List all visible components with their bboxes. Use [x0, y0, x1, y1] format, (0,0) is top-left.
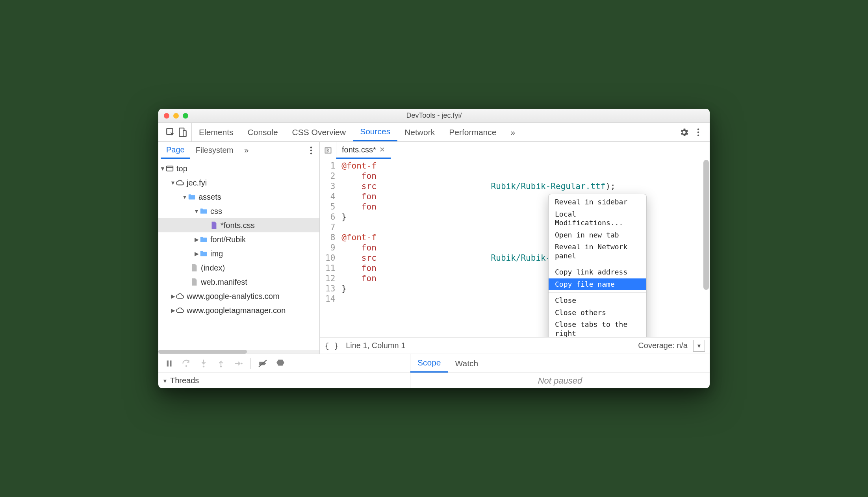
titlebar: DevTools - jec.fyi/	[158, 109, 710, 123]
inspect-icon[interactable]	[165, 127, 176, 137]
toggle-navigator-icon[interactable]	[320, 142, 336, 159]
sidebar-tab-page[interactable]: Page	[161, 142, 190, 159]
device-toolbar-icon[interactable]	[177, 127, 187, 137]
context-menu-item[interactable]: Local Modifications...	[549, 208, 646, 229]
file-tree[interactable]: ▼ top ▼ jec.fyi ▼ assets ▼ css	[158, 159, 319, 350]
breakpoints-icon[interactable]	[258, 358, 268, 369]
tab-network[interactable]: Network	[397, 123, 442, 141]
context-menu: Reveal in sidebarLocal Modifications...O…	[548, 194, 647, 337]
svg-point-7	[310, 149, 312, 151]
context-menu-item[interactable]: Close others	[549, 307, 646, 319]
context-menu-separator	[549, 292, 646, 293]
tree-label: font/Rubik	[210, 235, 246, 244]
not-paused-label: Not paused	[538, 376, 582, 386]
tab-elements[interactable]: Elements	[192, 123, 241, 141]
tree-row-top[interactable]: ▼ top	[158, 161, 319, 176]
coverage-label: Coverage: n/a	[638, 341, 688, 350]
svg-point-3	[697, 128, 699, 130]
tree-row-manifest[interactable]: web.manifest	[158, 275, 319, 289]
tree-row-gtm[interactable]: ▶ www.googletagmanager.con	[158, 303, 319, 317]
cloud-icon	[176, 178, 184, 187]
tabs-overflow[interactable]: »	[503, 123, 522, 141]
pause-exceptions-icon[interactable]	[275, 358, 286, 369]
sidebar-h-scrollbar[interactable]	[158, 350, 319, 354]
tree-label: www.googletagmanager.con	[187, 306, 286, 315]
editor-status-bar: { } Line 1, Column 1 Coverage: n/a ▼	[320, 337, 710, 354]
editor-v-scrollbar[interactable]	[703, 159, 709, 337]
tab-sources[interactable]: Sources	[353, 123, 397, 141]
svg-rect-13	[167, 360, 169, 366]
svg-rect-9	[167, 166, 173, 171]
gear-icon[interactable]	[679, 127, 689, 137]
cloud-icon	[176, 292, 184, 300]
svg-rect-14	[170, 360, 171, 366]
threads-label[interactable]: Threads	[170, 376, 199, 385]
folder-icon	[187, 193, 196, 201]
svg-point-8	[310, 152, 312, 154]
window-title: DevTools - jec.fyi/	[158, 111, 710, 120]
svg-point-17	[220, 365, 222, 367]
tree-label: assets	[198, 193, 221, 202]
step-out-icon[interactable]	[216, 358, 226, 369]
step-into-icon[interactable]	[198, 358, 209, 369]
tree-row-ga[interactable]: ▶ www.google-analytics.com	[158, 289, 319, 303]
tab-console[interactable]: Console	[241, 123, 285, 141]
tree-label: jec.fyi	[187, 178, 207, 187]
sidebar-tab-filesystem[interactable]: Filesystem	[190, 142, 239, 159]
editor-tabs: fonts.css* ✕	[320, 142, 710, 159]
tree-label: (index)	[201, 263, 225, 273]
svg-point-6	[310, 147, 312, 148]
step-icon[interactable]	[233, 358, 243, 369]
watch-tab[interactable]: Watch	[448, 354, 486, 373]
tree-row-img[interactable]: ▶ img	[158, 247, 319, 261]
tree-label: www.google-analytics.com	[187, 292, 280, 301]
context-menu-item[interactable]: Reveal in sidebar	[549, 196, 646, 208]
frame-icon	[165, 164, 174, 173]
cloud-icon	[176, 306, 184, 315]
context-menu-separator	[549, 264, 646, 264]
context-menu-item[interactable]: Copy link address	[549, 266, 646, 278]
tree-label: top	[176, 164, 187, 173]
context-menu-item[interactable]: Close	[549, 295, 646, 307]
main-tab-bar: Elements Console CSS Overview Sources Ne…	[158, 123, 710, 142]
devtools-window: DevTools - jec.fyi/ Elements Console CSS…	[158, 109, 710, 388]
css-file-icon	[210, 221, 218, 230]
threads-row: ▼ Threads Not paused	[158, 373, 710, 388]
sidebar-kebab-icon[interactable]	[306, 145, 316, 156]
scope-tab[interactable]: Scope	[410, 354, 448, 373]
folder-icon	[199, 249, 208, 258]
svg-point-18	[241, 362, 243, 364]
tree-row-domain[interactable]: ▼ jec.fyi	[158, 176, 319, 190]
tree-row-css[interactable]: ▼ css	[158, 204, 319, 218]
sidebar-tabs-overflow[interactable]: »	[239, 142, 254, 159]
pause-icon[interactable]	[164, 358, 174, 369]
close-tab-icon[interactable]: ✕	[379, 145, 385, 154]
tree-row-fonts-css[interactable]: *fonts.css	[158, 218, 319, 232]
kebab-icon[interactable]	[693, 127, 703, 137]
editor-tab-fonts-css[interactable]: fonts.css* ✕	[336, 142, 391, 159]
body: Page Filesystem » ▼ top ▼ jec.fyi	[158, 142, 710, 354]
debugger-toolbar: Scope Watch	[158, 354, 710, 373]
pretty-print-button[interactable]: { }	[325, 341, 339, 350]
tree-label: web.manifest	[201, 278, 247, 287]
step-over-icon[interactable]	[181, 358, 191, 369]
folder-icon	[199, 235, 208, 244]
tab-performance[interactable]: Performance	[442, 123, 503, 141]
coverage-dropdown-icon[interactable]: ▼	[693, 340, 705, 352]
svg-point-16	[203, 365, 204, 367]
context-menu-item[interactable]: Reveal in Network panel	[549, 241, 646, 262]
tree-row-assets[interactable]: ▼ assets	[158, 190, 319, 204]
folder-icon	[199, 207, 208, 215]
context-menu-item[interactable]: Close tabs to the right	[549, 319, 646, 337]
tab-css-overview[interactable]: CSS Overview	[285, 123, 353, 141]
tree-row-font-rubik[interactable]: ▶ font/Rubik	[158, 232, 319, 247]
tree-row-index[interactable]: (index)	[158, 261, 319, 275]
code-editor[interactable]: 1234567891011121314 @font-f fon src Rubi…	[320, 159, 710, 337]
editor-pane: fonts.css* ✕ 1234567891011121314 @font-f…	[320, 142, 710, 354]
svg-point-15	[185, 365, 187, 367]
tree-label: *fonts.css	[221, 221, 255, 230]
context-menu-item[interactable]: Copy file name	[549, 278, 646, 291]
file-icon	[190, 263, 198, 272]
svg-rect-2	[183, 130, 186, 136]
context-menu-item[interactable]: Open in new tab	[549, 229, 646, 241]
